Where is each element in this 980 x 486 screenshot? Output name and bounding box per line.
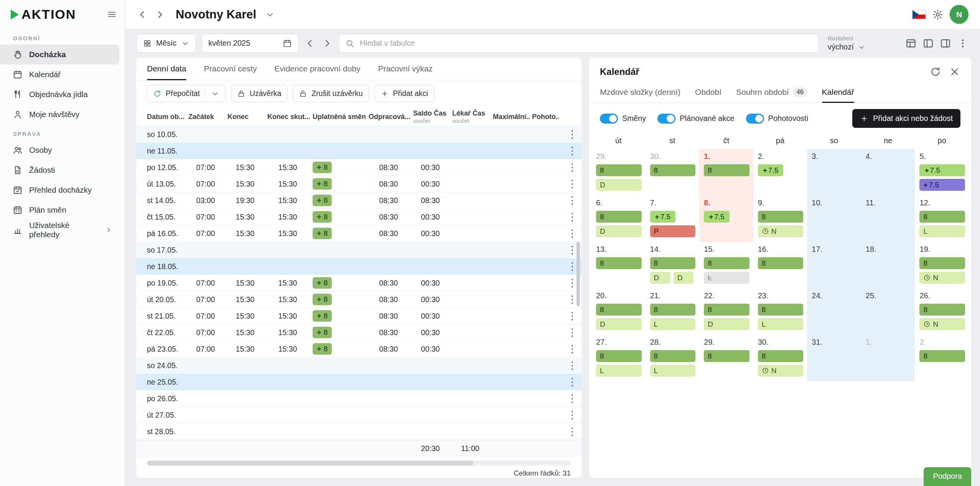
tab-evidence-pracovni-doby[interactable]: Evidence pracovní doby: [274, 58, 360, 80]
event-bar-shift[interactable]: 8: [596, 304, 642, 316]
event-bar-shift[interactable]: 8: [919, 257, 965, 269]
calendar-day-cell[interactable]: 25.: [861, 288, 915, 335]
tab-pracovni-vykaz[interactable]: Pracovní výkaz: [378, 58, 433, 80]
row-menu-icon[interactable]: ⋮: [563, 129, 581, 140]
event-bar-shift[interactable]: 8: [596, 211, 642, 223]
scrollbar-thumb[interactable]: [147, 461, 473, 466]
event-bar-shift[interactable]: 8: [596, 164, 642, 176]
calendar-day-cell[interactable]: 12.8L: [915, 195, 969, 242]
calendar-icon[interactable]: [283, 39, 292, 48]
row-menu-icon[interactable]: ⋮: [563, 162, 581, 173]
period-mode-select[interactable]: Měsíc: [137, 34, 196, 53]
calendar-day-cell[interactable]: 16.8: [753, 242, 807, 288]
toggle-smeny[interactable]: Směny: [600, 114, 646, 124]
calendar-day-cell[interactable]: 21.8L: [646, 288, 700, 335]
calendar-day-cell[interactable]: 14.8DD: [646, 242, 700, 288]
calendar-day-cell[interactable]: 18.: [861, 242, 915, 288]
person-switcher-chevron-icon[interactable]: [265, 10, 275, 19]
toggle-switch[interactable]: [600, 114, 618, 124]
calendar-day-cell[interactable]: 5.+7.5+7.5: [915, 149, 969, 195]
recalculate-button[interactable]: Přepočítat: [147, 85, 226, 102]
column-header-end[interactable]: Konec: [225, 113, 265, 121]
panel-left-icon[interactable]: [922, 38, 934, 49]
row-menu-icon[interactable]: ⋮: [563, 426, 581, 437]
row-menu-icon[interactable]: ⋮: [563, 146, 581, 156]
calendar-day-cell[interactable]: 24.: [807, 288, 861, 335]
next-period-icon[interactable]: [321, 38, 333, 49]
calendar-day-cell[interactable]: 19.8N: [915, 242, 969, 288]
event-bar-shift[interactable]: 8: [704, 304, 749, 316]
tab-pracovni-cesty[interactable]: Pracovní cesty: [204, 58, 257, 80]
toolbar-more-icon[interactable]: [957, 38, 968, 49]
cancel-closure-button[interactable]: Zrušit uzávěrku: [293, 85, 369, 102]
event-bar-light[interactable]: D: [704, 318, 749, 330]
toggle-switch[interactable]: [657, 114, 675, 124]
event-bar-light[interactable]: L: [596, 365, 642, 377]
sidebar-item-uzivatelske-prehledy[interactable]: Uživatelské přehledy: [0, 220, 119, 240]
calendar-tab-kalendar[interactable]: Kalendář: [822, 81, 854, 102]
column-header-saldo[interactable]: Saldo Čassoučet: [411, 109, 450, 124]
column-header-standby[interactable]: Pohoto...: [530, 113, 559, 121]
sidebar-item-zadosti[interactable]: Žádosti: [0, 160, 119, 180]
row-menu-icon[interactable]: ⋮: [563, 327, 581, 338]
event-bar-shift[interactable]: 8: [758, 257, 804, 269]
toggle-pohotovosti[interactable]: Pohotovosti: [746, 114, 809, 124]
calendar-day-cell[interactable]: 11.: [861, 195, 915, 242]
toggle-planovane-akce[interactable]: Plánované akce: [657, 114, 734, 124]
sidebar-item-prehled-dochazky[interactable]: Přehled docházky: [0, 180, 119, 200]
history-forward-icon[interactable]: [154, 9, 166, 20]
calendar-day-cell[interactable]: 1.: [861, 335, 915, 381]
event-bar-light[interactable]: D: [596, 318, 642, 330]
row-menu-icon[interactable]: ⋮: [563, 344, 581, 354]
event-bar-shift[interactable]: 8: [650, 257, 696, 269]
support-button[interactable]: Podpora: [924, 467, 971, 486]
calendar-day-cell[interactable]: 23.8L: [753, 288, 807, 335]
column-header-shift[interactable]: Uplatněná směna: [310, 113, 366, 121]
calendar-day-cell[interactable]: 30.8: [646, 149, 700, 195]
sidebar-item-plan-smen[interactable]: Plán směn: [0, 200, 119, 220]
calendar-day-cell[interactable]: 2.8: [915, 335, 969, 381]
chevron-down-icon[interactable]: [211, 89, 219, 98]
event-bar-shift[interactable]: 8: [758, 350, 804, 362]
event-bar-clock[interactable]: N: [758, 365, 804, 377]
calendar-day-cell[interactable]: 20.8D: [591, 288, 646, 335]
row-menu-icon[interactable]: ⋮: [563, 377, 581, 387]
calendar-tab-souhrn-obdobi[interactable]: Souhrn období46: [736, 81, 807, 102]
table-search-input[interactable]: Hledat v tabulce: [339, 34, 819, 53]
calendar-day-cell[interactable]: 15.8L: [699, 242, 753, 288]
event-bar-light[interactable]: L: [919, 225, 965, 237]
calendar-tab-obdobi[interactable]: Období: [695, 81, 721, 102]
toggle-switch[interactable]: [746, 114, 764, 124]
row-menu-icon[interactable]: ⋮: [563, 393, 581, 404]
event-bar-shift[interactable]: 8: [919, 304, 965, 316]
period-date-input[interactable]: květen 2025: [202, 34, 298, 53]
closure-button[interactable]: Uzávěrka: [231, 85, 287, 102]
calendar-day-cell[interactable]: 9.8N: [753, 195, 807, 242]
column-header-worked[interactable]: Odpracová...: [366, 113, 411, 121]
event-bar-shift[interactable]: 8: [704, 350, 749, 362]
row-menu-icon[interactable]: ⋮: [563, 195, 581, 206]
settings-gear-icon[interactable]: [932, 9, 944, 20]
refresh-icon[interactable]: [930, 66, 941, 78]
sidebar-item-objednavka-jidla[interactable]: Objednávka jídla: [0, 84, 119, 104]
event-bar-clock[interactable]: N: [919, 272, 965, 284]
row-menu-icon[interactable]: ⋮: [563, 410, 581, 420]
event-bar-badge-green[interactable]: +7.5: [919, 164, 965, 176]
column-header-doctor[interactable]: Lékař Čassoučet: [450, 109, 491, 124]
column-header-endact[interactable]: Konec skut...: [265, 113, 310, 121]
add-action-or-request-button[interactable]: Přidat akci nebo žádost: [852, 109, 960, 128]
event-bar-badge-purple[interactable]: +7.5: [919, 179, 965, 191]
calendar-day-cell[interactable]: 26.8N: [915, 288, 969, 335]
calendar-day-cell[interactable]: 8.+7.5: [699, 195, 753, 242]
event-bar-light[interactable]: L: [758, 318, 804, 330]
calendar-day-cell[interactable]: 13.8: [591, 242, 646, 288]
calendar-day-cell[interactable]: 30.8N: [753, 335, 807, 381]
event-bar-shift[interactable]: 8: [919, 211, 965, 223]
column-header-start[interactable]: Začátek: [186, 113, 225, 121]
event-bar-shift[interactable]: 8: [650, 304, 696, 316]
add-action-button[interactable]: Přidat akci: [374, 85, 434, 102]
calendar-day-cell[interactable]: 4.: [861, 149, 915, 195]
prev-period-icon[interactable]: [304, 38, 316, 49]
event-bar-absence[interactable]: P: [650, 225, 696, 237]
sidebar-item-osoby[interactable]: Osoby: [0, 140, 119, 160]
